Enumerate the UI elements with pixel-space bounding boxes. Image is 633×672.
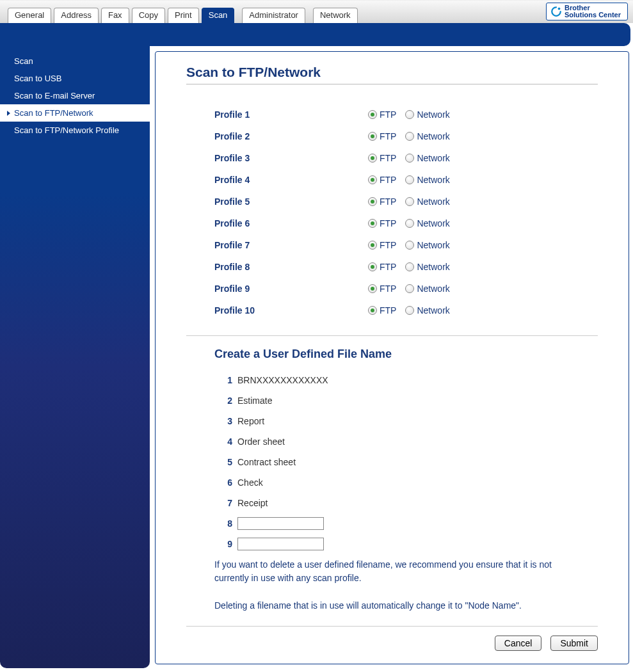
profile-label: Profile 10 (214, 305, 368, 316)
filename-value: Order sheet (237, 436, 285, 447)
filename-row: 7Receipt (217, 493, 598, 513)
profile-network-radio[interactable] (405, 306, 414, 315)
profile-label: Profile 1 (214, 109, 368, 120)
tab-scan[interactable]: Scan (202, 8, 235, 23)
filename-input[interactable] (237, 517, 324, 530)
profile-row: Profile 10FTPNetwork (214, 300, 598, 321)
profile-ftp-radio[interactable] (368, 154, 377, 163)
brother-logo-icon (550, 6, 562, 17)
tab-administrator[interactable]: Administrator (242, 8, 305, 23)
profile-ftp-radio[interactable] (368, 284, 377, 293)
network-radio-label: Network (417, 196, 449, 207)
filename-row: 4Order sheet (217, 431, 598, 452)
filename-row: 5Contract sheet (217, 452, 598, 472)
filename-index: 3 (217, 416, 232, 426)
profile-ftp-radio[interactable] (368, 262, 377, 271)
profile-label: Profile 6 (214, 218, 368, 228)
profile-network-radio[interactable] (405, 241, 414, 250)
profile-network-radio[interactable] (405, 110, 414, 119)
profile-row: Profile 4FTPNetwork (214, 169, 598, 191)
filename-value: Contract sheet (237, 457, 296, 467)
ftp-radio-label: FTP (380, 262, 396, 272)
delete-warning-note: If you want to delete a user defined fil… (214, 558, 573, 585)
profile-network-radio[interactable] (405, 284, 414, 293)
profile-ftp-radio[interactable] (368, 132, 377, 141)
filename-index: 4 (217, 436, 232, 447)
network-radio-label: Network (417, 262, 449, 272)
cancel-button[interactable]: Cancel (495, 636, 542, 651)
network-radio-label: Network (417, 218, 449, 228)
sidebar-item-scan-to-ftp-network[interactable]: Scan to FTP/Network (0, 104, 150, 122)
tab-network[interactable]: Network (313, 8, 358, 23)
brother-solutions-center-link[interactable]: Brother Solutions Center (546, 3, 628, 20)
tab-fax[interactable]: Fax (101, 8, 129, 23)
profile-network-radio[interactable] (405, 154, 414, 163)
filenames-list: 1BRNXXXXXXXXXXXX2Estimate3Report4Order s… (217, 370, 598, 554)
svg-point-0 (558, 8, 561, 10)
network-radio-label: Network (417, 240, 449, 250)
network-radio-label: Network (417, 153, 449, 163)
filename-row: 6Check (217, 472, 598, 493)
network-radio-label: Network (417, 175, 449, 185)
sidebar-item-scan-to-ftp-network-profile[interactable]: Scan to FTP/Network Profile (0, 122, 150, 139)
sidebar-item-scan-to-e-mail-server[interactable]: Scan to E-mail Server (0, 87, 150, 104)
profile-label: Profile 5 (214, 196, 368, 207)
profile-ftp-radio[interactable] (368, 110, 377, 119)
profile-ftp-radio[interactable] (368, 175, 377, 184)
tab-general[interactable]: General (8, 8, 51, 23)
filename-value: Receipt (237, 498, 268, 508)
profile-row: Profile 9FTPNetwork (214, 278, 598, 300)
blue-header-bar (0, 23, 630, 46)
ftp-radio-label: FTP (380, 175, 396, 185)
tab-print[interactable]: Print (168, 8, 199, 23)
main-tabs: GeneralAddressFaxCopyPrintScanAdministra… (8, 8, 358, 23)
profiles-section: Profile 1FTPNetworkProfile 2FTPNetworkPr… (214, 104, 598, 321)
network-radio-label: Network (417, 131, 449, 141)
filename-row: 3Report (217, 411, 598, 431)
profile-row: Profile 6FTPNetwork (214, 212, 598, 234)
ftp-radio-label: FTP (380, 240, 396, 250)
ftp-radio-label: FTP (380, 153, 396, 163)
profile-ftp-radio[interactable] (368, 306, 377, 315)
action-buttons: Cancel Submit (186, 636, 598, 651)
filename-row: 1BRNXXXXXXXXXXXX (217, 370, 598, 390)
filename-index: 8 (217, 518, 232, 529)
profile-row: Profile 3FTPNetwork (214, 147, 598, 169)
network-radio-label: Network (417, 109, 449, 120)
ftp-radio-label: FTP (380, 196, 396, 207)
profile-row: Profile 1FTPNetwork (214, 104, 598, 125)
profile-ftp-radio[interactable] (368, 219, 377, 228)
ftp-radio-label: FTP (380, 109, 396, 120)
filename-value: Check (237, 477, 263, 488)
filename-row: 2Estimate (217, 390, 598, 411)
profile-label: Profile 8 (214, 262, 368, 272)
filename-index: 5 (217, 457, 232, 467)
ftp-radio-label: FTP (380, 284, 396, 294)
filename-value: BRNXXXXXXXXXXXX (237, 375, 328, 385)
profile-network-radio[interactable] (405, 132, 414, 141)
filename-value: Report (237, 416, 264, 426)
page-title: Scan to FTP/Network (186, 65, 598, 84)
profile-network-radio[interactable] (405, 262, 414, 271)
profile-network-radio[interactable] (405, 175, 414, 184)
nodename-warning-note: Deleting a filename that is in use will … (214, 600, 598, 611)
network-radio-label: Network (417, 284, 449, 294)
filenames-title: Create a User Defined File Name (214, 348, 598, 361)
tab-address[interactable]: Address (54, 8, 99, 23)
profile-row: Profile 2FTPNetwork (214, 125, 598, 147)
tab-copy[interactable]: Copy (132, 8, 165, 23)
sidebar-item-scan[interactable]: Scan (0, 52, 150, 70)
filename-input[interactable] (237, 538, 324, 550)
profile-ftp-radio[interactable] (368, 241, 377, 250)
profile-network-radio[interactable] (405, 197, 414, 206)
profile-row: Profile 8FTPNetwork (214, 256, 598, 278)
profile-ftp-radio[interactable] (368, 197, 377, 206)
submit-button[interactable]: Submit (550, 636, 598, 651)
filename-index: 1 (217, 375, 232, 385)
sidebar-item-scan-to-usb[interactable]: Scan to USB (0, 70, 150, 87)
profile-row: Profile 7FTPNetwork (214, 234, 598, 256)
profile-network-radio[interactable] (405, 219, 414, 228)
filename-row: 8 (217, 513, 598, 534)
filename-value: Estimate (237, 396, 272, 406)
filename-index: 6 (217, 477, 232, 488)
